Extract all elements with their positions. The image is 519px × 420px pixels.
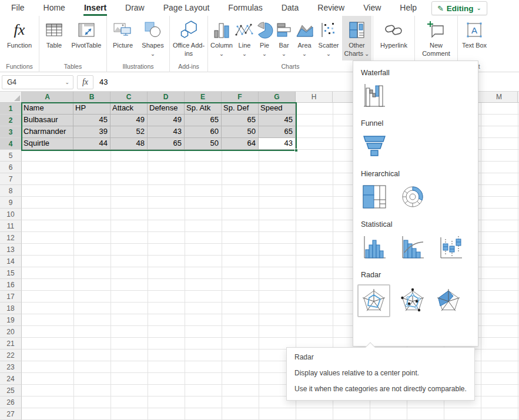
row-header-8[interactable]: 8 (0, 185, 22, 197)
cell-E2[interactable]: 65 (185, 115, 222, 126)
cell-E3[interactable]: 60 (185, 126, 222, 138)
row-header-26[interactable]: 26 (0, 397, 22, 408)
insert-function-button[interactable]: fx (77, 75, 93, 89)
funnel-chart-item[interactable] (361, 133, 388, 160)
row-header-1[interactable]: 1 (0, 103, 22, 115)
cell-C4[interactable]: 48 (111, 138, 148, 150)
tab-insert[interactable]: Insert (83, 0, 107, 16)
row-header-4[interactable]: 4 (0, 138, 22, 150)
line-chart-button[interactable]: Line ⌄ (234, 16, 255, 61)
cell-F3[interactable]: 50 (222, 126, 259, 138)
row-header-16[interactable]: 16 (0, 279, 22, 291)
sheet-grid-column-a[interactable] (22, 103, 73, 420)
row-header-25[interactable]: 25 (0, 385, 22, 397)
cell-A4[interactable]: Squirtle (22, 138, 73, 150)
row-header-2[interactable]: 2 (0, 115, 22, 126)
editing-mode-button[interactable]: ✎ Editing ⌄ (431, 1, 487, 15)
column-header-B[interactable]: B (73, 92, 111, 103)
row-header-22[interactable]: 22 (0, 350, 22, 361)
tab-draw[interactable]: Draw (125, 0, 145, 16)
cell-B4[interactable]: 44 (73, 138, 111, 150)
column-header-A[interactable]: A (22, 92, 73, 103)
row-header-20[interactable]: 20 (0, 326, 22, 338)
histogram-chart-item[interactable] (361, 234, 388, 261)
treemap-chart-item[interactable] (361, 183, 388, 210)
pie-chart-button[interactable]: Pie ⌄ (255, 16, 274, 61)
row-header-10[interactable]: 10 (0, 209, 22, 220)
area-chart-button[interactable]: Area ⌄ (294, 16, 315, 61)
row-header-6[interactable]: 6 (0, 162, 22, 173)
row-header-17[interactable]: 17 (0, 291, 22, 303)
column-header-F[interactable]: F (222, 92, 259, 103)
row-header-21[interactable]: 21 (0, 338, 22, 350)
table-button[interactable]: Table (41, 16, 68, 61)
tab-formulas[interactable]: Formulas (227, 0, 263, 16)
cell-F2[interactable]: 65 (222, 115, 259, 126)
filled-radar-chart-item[interactable] (435, 287, 462, 314)
cell-G2[interactable]: 45 (259, 115, 296, 126)
bar-chart-button[interactable]: Bar ⌄ (274, 16, 294, 61)
new-comment-button[interactable]: New Comment (416, 16, 456, 61)
tab-data[interactable]: Data (281, 0, 300, 16)
row-header-12[interactable]: 12 (0, 232, 22, 244)
cell-D3[interactable]: 43 (148, 126, 185, 138)
waterfall-chart-item[interactable] (361, 82, 388, 109)
sunburst-chart-item[interactable] (399, 183, 426, 210)
tab-help[interactable]: Help (399, 0, 417, 16)
cell-G3[interactable]: 65 (259, 126, 296, 138)
cell-C1[interactable]: Attack (111, 103, 148, 115)
row-header-23[interactable]: 23 (0, 361, 22, 373)
row-header-27[interactable]: 27 (0, 408, 22, 420)
cell-B2[interactable]: 45 (73, 115, 111, 126)
radar-markers-chart-item[interactable] (399, 287, 426, 314)
cell-E1[interactable]: Sp. Atk (185, 103, 222, 115)
column-header-G[interactable]: G (259, 92, 296, 103)
row-header-7[interactable]: 7 (0, 173, 22, 185)
column-header-D[interactable]: D (148, 92, 185, 103)
cell-E4[interactable]: 50 (185, 138, 222, 150)
row-header-14[interactable]: 14 (0, 256, 22, 267)
row-header-11[interactable]: 11 (0, 220, 22, 232)
text-box-button[interactable]: A Text Box (459, 16, 490, 61)
row-header-15[interactable]: 15 (0, 267, 22, 279)
cell-D2[interactable]: 49 (148, 115, 185, 126)
column-header-M[interactable]: M (481, 92, 518, 103)
select-all-corner[interactable] (0, 92, 22, 103)
office-addins-button[interactable]: Office Add-ins (171, 16, 206, 61)
other-charts-button[interactable]: Other Charts⌄ (342, 16, 371, 61)
row-header-19[interactable]: 19 (0, 314, 22, 326)
cell-B3[interactable]: 39 (73, 126, 111, 138)
cell-C3[interactable]: 52 (111, 126, 148, 138)
column-header-E[interactable]: E (185, 92, 222, 103)
cell-G1[interactable]: Speed (259, 103, 296, 115)
cell-D1[interactable]: Defense (148, 103, 185, 115)
cell-D4[interactable]: 65 (148, 138, 185, 150)
row-header-18[interactable]: 18 (0, 303, 22, 314)
cell-A3[interactable]: Charmander (22, 126, 73, 138)
row-header-5[interactable]: 5 (0, 150, 22, 162)
box-whisker-chart-item[interactable] (437, 234, 464, 261)
cell-B1[interactable]: HP (73, 103, 111, 115)
column-header-C[interactable]: C (111, 92, 148, 103)
tab-file[interactable]: File (11, 0, 25, 16)
row-header-3[interactable]: 3 (0, 126, 22, 138)
cell-A1[interactable]: Name (22, 103, 73, 115)
tab-view[interactable]: View (363, 0, 381, 16)
row-header-24[interactable]: 24 (0, 373, 22, 385)
row-header-9[interactable]: 9 (0, 197, 22, 209)
cell-C2[interactable]: 49 (111, 115, 148, 126)
row-header-13[interactable]: 13 (0, 244, 22, 256)
hyperlink-button[interactable]: Hyperlink (374, 16, 413, 61)
scatter-chart-button[interactable]: Scatter ⌄ (315, 16, 342, 61)
cell-A2[interactable]: Bulbasaur (22, 115, 73, 126)
column-chart-button[interactable]: Column ⌄ (209, 16, 234, 61)
pareto-chart-item[interactable] (399, 234, 426, 261)
radar-chart-item-selected[interactable] (357, 284, 390, 317)
picture-button[interactable]: Picture (108, 16, 138, 61)
column-header-H[interactable]: H (296, 92, 333, 103)
pivottable-button[interactable]: PivotTable (68, 16, 105, 61)
cell-F4[interactable]: 64 (222, 138, 259, 150)
name-box[interactable]: G4 ⌄ (2, 75, 73, 89)
shapes-button[interactable]: Shapes ⌄ (138, 16, 168, 61)
tab-page-layout[interactable]: Page Layout (163, 0, 210, 16)
